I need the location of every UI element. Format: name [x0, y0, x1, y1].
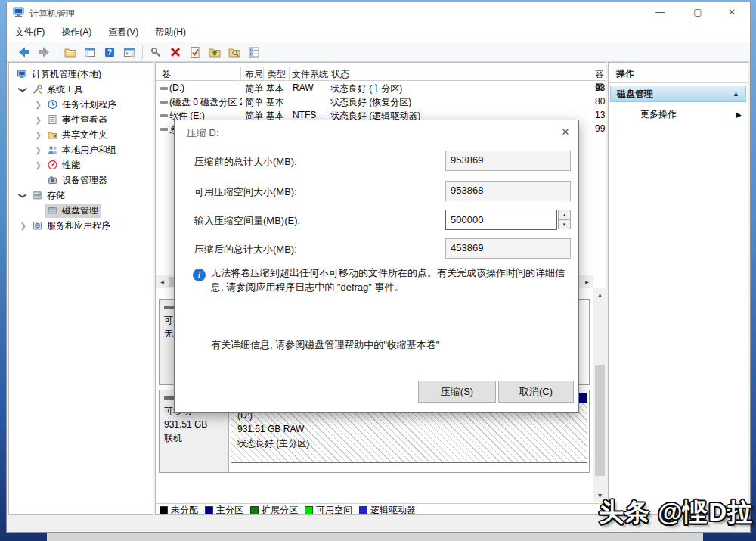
menu-item[interactable]: 帮助(H) [147, 23, 194, 42]
sidebar-item-system-tools[interactable]: ❯系统工具 [9, 82, 153, 97]
background-window-edge [47, 533, 703, 541]
spin-down-icon[interactable]: ▾ [558, 219, 571, 229]
vertical-scrollbar-thumb[interactable] [595, 365, 605, 476]
volume-row[interactable]: (磁盘 0 磁盘分区 2)简单基本状态良好 (恢复分区)80 [156, 95, 606, 108]
disk-label-line: 联机 [164, 431, 224, 445]
dialog-close-button[interactable]: ✕ [556, 123, 575, 141]
volume-cell: NTFS [293, 110, 329, 120]
minimize-button[interactable]: — [649, 2, 671, 23]
svg-text:?: ? [107, 48, 112, 57]
menu-item[interactable]: 操作(A) [53, 23, 100, 42]
volume-icon [160, 101, 168, 104]
window-title: 计算机管理 [29, 8, 75, 20]
sidebar-item-label: 设备管理器 [62, 174, 107, 187]
more-actions-item[interactable]: 更多操作 ▶ [610, 107, 746, 122]
legend-item: 主分区 [205, 504, 243, 515]
console-tree-icon[interactable] [84, 46, 96, 58]
shrink-button[interactable]: 压缩(S) [418, 381, 496, 403]
volume-cell: RAW [293, 82, 329, 93]
sidebar-item-device-manager[interactable]: 设备管理器 [9, 173, 153, 188]
sidebar-item-performance[interactable]: ❯性能 [9, 157, 153, 173]
console-tree-pane: 计算机管理(本地)❯系统工具❯任务计划程序❯事件查看器❯共享文件夹❯本地用户和组… [8, 62, 153, 515]
spin-up-icon[interactable]: ▴ [558, 210, 571, 219]
storage-icon [32, 190, 44, 201]
chevron-right-icon[interactable]: ❯ [36, 146, 42, 155]
legend-item: 可用空间 [305, 504, 352, 515]
total-before-label: 压缩前的总计大小(MB): [194, 155, 297, 169]
disk-management-action-group[interactable]: 磁盘管理 ▲ [610, 86, 746, 102]
menu-item[interactable]: 文件(F) [7, 23, 53, 42]
shrink-amount-input[interactable] [445, 210, 557, 230]
actions-header: 操作 [616, 67, 634, 80]
volume-cell: 基本 [266, 82, 290, 95]
sidebar-item-label: 存储 [47, 189, 65, 202]
legend-swatch [250, 506, 259, 515]
task-list-icon[interactable] [248, 46, 260, 58]
sidebar-item-storage[interactable]: ❯存储 [9, 188, 153, 203]
scroll-right-icon[interactable]: ▸ [581, 275, 593, 288]
chevron-down-icon[interactable]: ❯ [19, 86, 29, 93]
volume-icon [160, 114, 168, 117]
column-header[interactable]: 状态 [331, 68, 349, 81]
chevron-right-icon[interactable]: ❯ [36, 116, 42, 125]
vertical-scrollbar[interactable]: ▴ ▾ [593, 288, 606, 502]
action-group-label: 磁盘管理 [617, 89, 653, 99]
chevron-slot: ❯ [32, 99, 45, 110]
shrink-dialog: 压缩 D: ✕ 压缩前的总计大小(MB):953869可用压缩空间大小(MB):… [174, 120, 579, 413]
column-header[interactable]: 类型 [268, 68, 286, 81]
folder-search-icon[interactable] [228, 46, 240, 58]
forward-icon[interactable] [38, 46, 50, 58]
scroll-up-icon[interactable]: ▴ [593, 288, 606, 301]
toolbar: ? [7, 42, 750, 62]
sidebar-item-task-scheduler[interactable]: ❯任务计划程序 [9, 97, 153, 112]
delete-icon[interactable] [169, 46, 181, 58]
volume-cell: (D:) [169, 82, 242, 93]
tools-icon [32, 84, 44, 95]
volume-row[interactable]: (D:)简单基本RAW状态良好 (主分区)93 [156, 81, 606, 95]
legend-item: 未分配 [160, 504, 198, 515]
legend-swatch [305, 506, 313, 515]
toolbar-separator [57, 45, 57, 59]
collapse-icon[interactable]: ▲ [733, 86, 739, 101]
legend-label: 未分配 [171, 504, 198, 515]
chevron-down-icon[interactable]: ❯ [19, 192, 29, 199]
chevron-right-icon[interactable]: ❯ [36, 161, 42, 170]
back-icon[interactable] [18, 46, 30, 58]
scroll-left-icon[interactable]: ◂ [156, 275, 169, 288]
check-doc-icon[interactable] [189, 46, 201, 58]
shrink-amount-spinner[interactable]: ▴▾ [558, 210, 571, 230]
menu-item[interactable]: 查看(V) [100, 23, 147, 42]
volume-cell: 简单 [245, 96, 265, 109]
help-icon[interactable]: ? [104, 46, 116, 58]
column-header[interactable]: 文件系统 [292, 68, 328, 81]
legend-label: 可用空间 [316, 504, 352, 515]
close-button[interactable]: ✕ [720, 2, 743, 23]
export-list-icon[interactable] [64, 46, 76, 58]
volume-table-header: 卷布局类型文件系统状态容量 [156, 66, 606, 81]
volume-icon [160, 87, 168, 90]
action-pane-icon[interactable] [123, 46, 135, 58]
volume-cell: 基本 [266, 96, 290, 109]
sidebar-item-services-applications[interactable]: ❯服务和应用程序 [9, 218, 153, 233]
column-header[interactable]: 布局 [245, 68, 263, 81]
sidebar-item-local-users-groups[interactable]: ❯本地用户和组 [9, 142, 153, 157]
column-separator [289, 67, 290, 80]
cancel-button[interactable]: 取消(C) [498, 381, 574, 403]
scheduler-icon [47, 99, 59, 110]
chevron-right-icon[interactable]: ❯ [36, 101, 42, 110]
column-separator [240, 67, 241, 80]
chevron-slot: ❯ [17, 190, 30, 201]
sidebar-item-event-viewer[interactable]: ❯事件查看器 [9, 112, 153, 127]
folder-up-icon[interactable] [209, 46, 221, 58]
chevron-right-icon[interactable]: ❯ [36, 131, 42, 140]
legend-bar: 未分配主分区扩展分区可用空间逻辑驱动器 [156, 503, 606, 515]
sidebar-item-shared-folders[interactable]: ❯共享文件夹 [9, 127, 153, 142]
sidebar-item-computer-management-root[interactable]: 计算机管理(本地) [9, 67, 153, 82]
maximize-button[interactable]: ▢ [686, 2, 709, 23]
sidebar-item-disk-management[interactable]: 磁盘管理 [9, 203, 153, 218]
column-header[interactable]: 卷 [162, 68, 171, 81]
sidebar-item-label: 共享文件夹 [62, 129, 107, 141]
tool-icon[interactable] [150, 46, 162, 58]
chevron-right-icon[interactable]: ❯ [20, 222, 26, 231]
column-separator [263, 67, 264, 80]
